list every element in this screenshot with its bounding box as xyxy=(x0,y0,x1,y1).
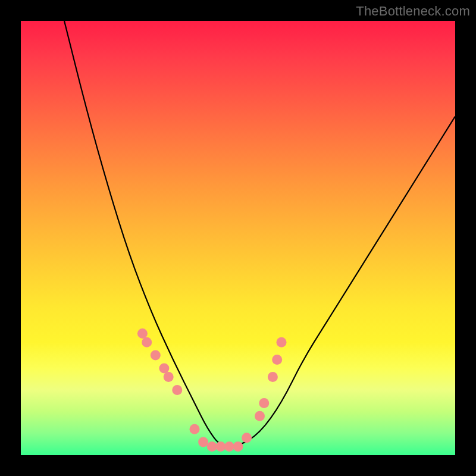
marker-dot xyxy=(242,433,252,443)
marker-dot xyxy=(277,337,287,347)
plot-area xyxy=(21,21,455,455)
marker-dot xyxy=(198,437,208,447)
watermark-text: TheBottleneck.com xyxy=(356,4,470,19)
marker-dot xyxy=(224,441,234,452)
marker-dot xyxy=(215,441,226,452)
marker-dot xyxy=(172,385,182,395)
marker-dot xyxy=(207,441,217,452)
marker-dot xyxy=(142,337,152,347)
marker-dot xyxy=(159,364,169,374)
marker-dot xyxy=(164,372,174,382)
marker-dot xyxy=(268,372,278,382)
marker-dot xyxy=(137,328,148,339)
marker-dot xyxy=(233,441,243,452)
highlight-markers xyxy=(137,328,287,452)
curve-svg xyxy=(21,21,455,455)
marker-dot xyxy=(259,398,269,408)
marker-dot xyxy=(255,411,265,421)
marker-dot xyxy=(190,424,200,434)
marker-dot xyxy=(272,355,282,365)
bottleneck-curve xyxy=(64,21,455,446)
chart-frame: TheBottleneck.com xyxy=(0,0,476,476)
marker-dot xyxy=(151,350,161,361)
